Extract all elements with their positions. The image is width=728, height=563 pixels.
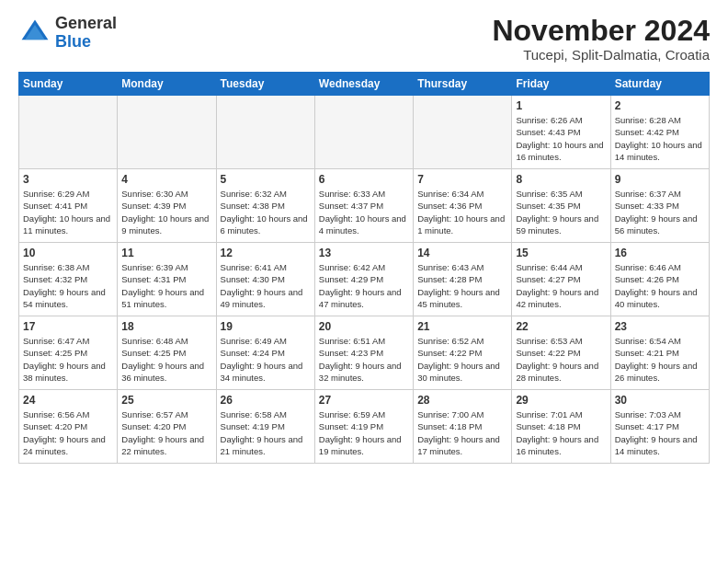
page: General Blue November 2024 Tucepi, Split… — [0, 0, 728, 563]
calendar-cell — [216, 96, 314, 169]
day-info: Sunrise: 6:46 AMSunset: 4:26 PMDaylight:… — [615, 261, 705, 310]
calendar-cell: 21Sunrise: 6:52 AMSunset: 4:22 PMDayligh… — [414, 316, 512, 390]
day-number: 5 — [221, 173, 311, 186]
calendar-cell — [118, 96, 216, 169]
day-number: 13 — [319, 247, 409, 259]
week-row-1: 1Sunrise: 6:26 AMSunset: 4:43 PMDaylight… — [19, 96, 710, 169]
day-number: 6 — [319, 173, 409, 186]
calendar-cell: 10Sunrise: 6:38 AMSunset: 4:32 PMDayligh… — [19, 243, 118, 316]
logo: General Blue — [18, 15, 117, 52]
calendar-cell: 27Sunrise: 6:59 AMSunset: 4:19 PMDayligh… — [314, 390, 413, 464]
day-info: Sunrise: 6:34 AMSunset: 4:36 PMDaylight:… — [417, 188, 507, 236]
day-info: Sunrise: 6:47 AMSunset: 4:25 PMDaylight:… — [23, 335, 113, 384]
day-info: Sunrise: 6:41 AMSunset: 4:30 PMDaylight:… — [221, 261, 311, 310]
calendar-cell: 12Sunrise: 6:41 AMSunset: 4:30 PMDayligh… — [216, 243, 314, 316]
day-number: 18 — [121, 320, 211, 333]
day-info: Sunrise: 6:29 AMSunset: 4:41 PMDaylight:… — [23, 188, 113, 236]
calendar-cell: 20Sunrise: 6:51 AMSunset: 4:23 PMDayligh… — [314, 316, 413, 390]
day-number: 23 — [615, 320, 705, 333]
calendar-cell: 15Sunrise: 6:44 AMSunset: 4:27 PMDayligh… — [512, 243, 610, 316]
calendar-cell: 24Sunrise: 6:56 AMSunset: 4:20 PMDayligh… — [19, 390, 118, 464]
day-number: 28 — [417, 394, 507, 407]
day-number: 10 — [23, 247, 113, 259]
day-info: Sunrise: 6:38 AMSunset: 4:32 PMDaylight:… — [23, 261, 113, 310]
day-info: Sunrise: 6:51 AMSunset: 4:23 PMDaylight:… — [319, 335, 409, 384]
day-number: 17 — [23, 320, 113, 333]
day-number: 25 — [121, 394, 211, 407]
day-number: 26 — [221, 394, 311, 407]
weekday-header-monday: Monday — [118, 73, 216, 96]
day-number: 30 — [615, 394, 705, 407]
calendar-cell — [314, 96, 413, 169]
calendar-cell: 6Sunrise: 6:33 AMSunset: 4:37 PMDaylight… — [314, 169, 413, 243]
logo-general: General — [55, 14, 117, 32]
day-number: 7 — [417, 173, 507, 186]
day-info: Sunrise: 6:42 AMSunset: 4:29 PMDaylight:… — [319, 261, 409, 310]
day-info: Sunrise: 7:00 AMSunset: 4:18 PMDaylight:… — [417, 408, 507, 457]
day-info: Sunrise: 6:57 AMSunset: 4:20 PMDaylight:… — [121, 408, 211, 457]
calendar-cell: 9Sunrise: 6:37 AMSunset: 4:33 PMDaylight… — [610, 169, 709, 243]
calendar-cell: 23Sunrise: 6:54 AMSunset: 4:21 PMDayligh… — [610, 316, 709, 390]
day-number: 24 — [23, 394, 113, 407]
header-area: General Blue November 2024 Tucepi, Split… — [18, 15, 710, 63]
weekday-header-thursday: Thursday — [414, 73, 512, 96]
calendar-cell: 8Sunrise: 6:35 AMSunset: 4:35 PMDaylight… — [512, 169, 610, 243]
day-info: Sunrise: 6:33 AMSunset: 4:37 PMDaylight:… — [319, 188, 409, 236]
day-number: 15 — [516, 247, 606, 259]
weekday-header-tuesday: Tuesday — [216, 73, 314, 96]
day-info: Sunrise: 7:01 AMSunset: 4:18 PMDaylight:… — [516, 408, 606, 457]
calendar-cell: 26Sunrise: 6:58 AMSunset: 4:19 PMDayligh… — [216, 390, 314, 464]
day-info: Sunrise: 6:52 AMSunset: 4:22 PMDaylight:… — [417, 335, 507, 384]
calendar-cell: 19Sunrise: 6:49 AMSunset: 4:24 PMDayligh… — [216, 316, 314, 390]
weekday-header-saturday: Saturday — [610, 73, 709, 96]
day-info: Sunrise: 6:49 AMSunset: 4:24 PMDaylight:… — [221, 335, 311, 384]
calendar-cell: 2Sunrise: 6:28 AMSunset: 4:42 PMDaylight… — [610, 96, 709, 169]
weekday-header-sunday: Sunday — [19, 73, 118, 96]
weekday-header-wednesday: Wednesday — [314, 73, 413, 96]
title-block: November 2024 Tucepi, Split-Dalmatia, Cr… — [492, 15, 710, 63]
day-info: Sunrise: 6:39 AMSunset: 4:31 PMDaylight:… — [121, 261, 211, 310]
weekday-header-friday: Friday — [512, 73, 610, 96]
calendar-cell: 1Sunrise: 6:26 AMSunset: 4:43 PMDaylight… — [512, 96, 610, 169]
calendar-cell: 25Sunrise: 6:57 AMSunset: 4:20 PMDayligh… — [118, 390, 216, 464]
logo-blue: Blue — [55, 32, 91, 51]
calendar-cell: 22Sunrise: 6:53 AMSunset: 4:22 PMDayligh… — [512, 316, 610, 390]
day-number: 9 — [615, 173, 705, 186]
week-row-5: 24Sunrise: 6:56 AMSunset: 4:20 PMDayligh… — [19, 390, 710, 464]
day-info: Sunrise: 6:30 AMSunset: 4:39 PMDaylight:… — [121, 188, 211, 236]
calendar-cell: 13Sunrise: 6:42 AMSunset: 4:29 PMDayligh… — [314, 243, 413, 316]
day-number: 8 — [516, 173, 606, 186]
calendar-cell: 28Sunrise: 7:00 AMSunset: 4:18 PMDayligh… — [414, 390, 512, 464]
calendar-cell: 18Sunrise: 6:48 AMSunset: 4:25 PMDayligh… — [118, 316, 216, 390]
day-info: Sunrise: 6:58 AMSunset: 4:19 PMDaylight:… — [221, 408, 311, 457]
calendar-cell — [414, 96, 512, 169]
day-info: Sunrise: 6:43 AMSunset: 4:28 PMDaylight:… — [417, 261, 507, 310]
day-info: Sunrise: 6:48 AMSunset: 4:25 PMDaylight:… — [121, 335, 211, 384]
day-number: 2 — [615, 99, 705, 112]
week-row-3: 10Sunrise: 6:38 AMSunset: 4:32 PMDayligh… — [19, 243, 710, 316]
day-info: Sunrise: 6:35 AMSunset: 4:35 PMDaylight:… — [516, 188, 606, 236]
day-number: 11 — [121, 247, 211, 259]
calendar-cell: 5Sunrise: 6:32 AMSunset: 4:38 PMDaylight… — [216, 169, 314, 243]
week-row-4: 17Sunrise: 6:47 AMSunset: 4:25 PMDayligh… — [19, 316, 710, 390]
location-title: Tucepi, Split-Dalmatia, Croatia — [492, 47, 710, 63]
day-info: Sunrise: 6:56 AMSunset: 4:20 PMDaylight:… — [23, 408, 113, 457]
day-number: 1 — [516, 99, 606, 112]
logo-text: General Blue — [55, 15, 117, 52]
calendar-cell: 3Sunrise: 6:29 AMSunset: 4:41 PMDaylight… — [19, 169, 118, 243]
calendar-cell: 16Sunrise: 6:46 AMSunset: 4:26 PMDayligh… — [610, 243, 709, 316]
calendar-cell: 7Sunrise: 6:34 AMSunset: 4:36 PMDaylight… — [414, 169, 512, 243]
day-info: Sunrise: 6:37 AMSunset: 4:33 PMDaylight:… — [615, 188, 705, 236]
month-title: November 2024 — [492, 15, 710, 47]
calendar-cell: 17Sunrise: 6:47 AMSunset: 4:25 PMDayligh… — [19, 316, 118, 390]
day-number: 4 — [121, 173, 211, 186]
day-number: 19 — [221, 320, 311, 333]
logo-icon — [18, 17, 51, 50]
day-info: Sunrise: 6:28 AMSunset: 4:42 PMDaylight:… — [615, 114, 705, 163]
day-number: 16 — [615, 247, 705, 259]
day-number: 22 — [516, 320, 606, 333]
day-info: Sunrise: 6:53 AMSunset: 4:22 PMDaylight:… — [516, 335, 606, 384]
day-number: 27 — [319, 394, 409, 407]
day-number: 29 — [516, 394, 606, 407]
weekday-header-row: SundayMondayTuesdayWednesdayThursdayFrid… — [19, 73, 710, 96]
